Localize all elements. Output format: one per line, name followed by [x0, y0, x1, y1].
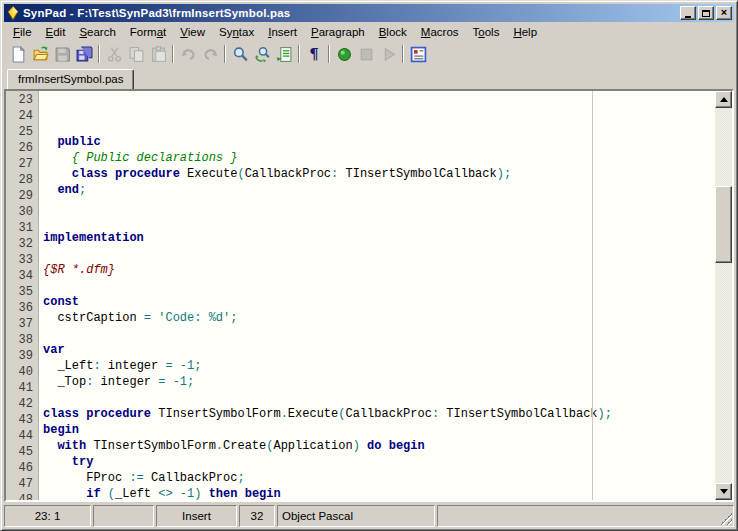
- menu-bar: FileEditSearchFormatViewSyntaxInsertPara…: [4, 22, 734, 42]
- code-line-34[interactable]: cstrCaption = 'Code: %d';: [43, 310, 715, 326]
- code-line-23[interactable]: public: [43, 134, 715, 150]
- line-number: 36: [6, 300, 33, 316]
- scrollbar-track[interactable]: [715, 108, 732, 483]
- line-number: 24: [6, 108, 33, 124]
- record-macro-icon: [336, 46, 353, 63]
- app-window: SynPad - F:\Test\SynPad3\frmInsertSymbol…: [0, 0, 738, 531]
- find-in-files-icon: [276, 46, 293, 63]
- stop-macro-button: [355, 43, 377, 65]
- line-number: 43: [6, 412, 33, 428]
- open-file-button[interactable]: [29, 43, 51, 65]
- code-editor-area[interactable]: public { Public declarations } class pro…: [39, 91, 715, 500]
- line-number: 30: [6, 204, 33, 220]
- new-file-button[interactable]: [7, 43, 29, 65]
- status-value: 32: [239, 505, 275, 527]
- code-line-36[interactable]: var: [43, 342, 715, 358]
- code-line-29[interactable]: implementation: [43, 230, 715, 246]
- code-line-35[interactable]: [43, 326, 715, 342]
- close-button[interactable]: ×: [716, 6, 732, 20]
- menu-item-help[interactable]: Help: [506, 24, 544, 41]
- menu-item-paragraph[interactable]: Paragraph: [304, 24, 372, 41]
- arrow-up-icon: [720, 97, 728, 102]
- code-line-26[interactable]: end;: [43, 182, 715, 198]
- menu-item-block[interactable]: Block: [372, 24, 414, 41]
- undo-icon: [180, 46, 197, 63]
- menu-item-search[interactable]: Search: [72, 24, 122, 41]
- code-line-32[interactable]: [43, 278, 715, 294]
- code-line-24[interactable]: { Public declarations }: [43, 150, 715, 166]
- line-number: 33: [6, 252, 33, 268]
- editor: 2324252627282930313233343536373839404142…: [4, 89, 734, 502]
- scroll-down-button[interactable]: [715, 483, 732, 500]
- status-insert-mode: Insert: [156, 505, 237, 527]
- menu-item-format[interactable]: Format: [123, 24, 173, 41]
- status-panel-empty: [437, 505, 734, 527]
- play-macro-button: [377, 43, 399, 65]
- line-number: 45: [6, 444, 33, 460]
- menu-item-insert[interactable]: Insert: [261, 24, 304, 41]
- menu-item-edit[interactable]: Edit: [39, 24, 73, 41]
- line-number: 48: [6, 492, 33, 502]
- code-line-27[interactable]: [43, 198, 715, 214]
- menu-item-view[interactable]: View: [173, 24, 212, 41]
- line-number: 32: [6, 236, 33, 252]
- line-number: 26: [6, 140, 33, 156]
- line-number: 47: [6, 476, 33, 492]
- maximize-button[interactable]: [698, 6, 714, 20]
- code-line-43[interactable]: try: [43, 454, 715, 470]
- code-line-40[interactable]: class procedure TInsertSymbolForm.Execut…: [43, 406, 715, 422]
- play-macro-icon: [380, 46, 397, 63]
- record-macro-button[interactable]: [333, 43, 355, 65]
- paste-button: [147, 43, 169, 65]
- code-line-38[interactable]: _Top: integer = -1;: [43, 374, 715, 390]
- code-line-41[interactable]: begin: [43, 422, 715, 438]
- line-number: 23: [6, 92, 33, 108]
- toolbar-separator: [298, 45, 300, 63]
- redo-button: [199, 43, 221, 65]
- stop-macro-icon: [358, 46, 375, 63]
- cut-button: [103, 43, 125, 65]
- options-form-icon: [410, 46, 427, 63]
- open-file-icon: [32, 46, 49, 63]
- code-line-30[interactable]: [43, 246, 715, 262]
- menu-item-macros[interactable]: Macros: [414, 24, 466, 41]
- code-line-25[interactable]: class procedure Execute(CallbackProc: TI…: [43, 166, 715, 182]
- toolbar-separator: [402, 45, 404, 63]
- minimize-icon: [685, 16, 691, 18]
- code-line-44[interactable]: FProc := CallbackProc;: [43, 470, 715, 486]
- find-in-files-button[interactable]: [273, 43, 295, 65]
- tab-frminsertsymbol[interactable]: frmInsertSymbol.pas: [7, 69, 134, 89]
- menu-item-syntax[interactable]: Syntax: [212, 24, 261, 41]
- line-number: 29: [6, 188, 33, 204]
- close-icon: ×: [721, 7, 727, 18]
- title-bar[interactable]: SynPad - F:\Test\SynPad3\frmInsertSymbol…: [4, 4, 734, 22]
- scroll-up-button[interactable]: [715, 91, 732, 108]
- show-paragraph-marks-button[interactable]: ¶: [303, 43, 325, 65]
- code-line-39[interactable]: [43, 390, 715, 406]
- code-line-37[interactable]: _Left: integer = -1;: [43, 358, 715, 374]
- replace-button[interactable]: [251, 43, 273, 65]
- options-form-button[interactable]: [407, 43, 429, 65]
- toolbar-separator: [328, 45, 330, 63]
- save-button: [51, 43, 73, 65]
- scrollbar-thumb[interactable]: [715, 186, 732, 263]
- resize-grip[interactable]: [720, 513, 732, 525]
- menu-item-file[interactable]: File: [6, 24, 39, 41]
- find-button[interactable]: [229, 43, 251, 65]
- save-all-button[interactable]: [73, 43, 95, 65]
- code-line-33[interactable]: const: [43, 294, 715, 310]
- line-number: 40: [6, 364, 33, 380]
- status-panel-2: [93, 505, 154, 527]
- vertical-scrollbar[interactable]: [715, 91, 732, 500]
- code-line-31[interactable]: {$R *.dfm}: [43, 262, 715, 278]
- code-line-28[interactable]: [43, 214, 715, 230]
- code-line-42[interactable]: with TInsertSymbolForm.Create(Applicatio…: [43, 438, 715, 454]
- menu-item-tools[interactable]: Tools: [466, 24, 507, 41]
- minimize-button[interactable]: [680, 6, 696, 20]
- code-line-45[interactable]: if (_Left <> -1) then begin: [43, 486, 715, 500]
- tab-bar: frmInsertSymbol.pas: [4, 66, 734, 89]
- save-icon: [54, 46, 71, 63]
- right-margin-line: [592, 91, 593, 500]
- window-title: SynPad - F:\Test\SynPad3\frmInsertSymbol…: [23, 7, 680, 19]
- status-caret-position: 23: 1: [4, 505, 91, 527]
